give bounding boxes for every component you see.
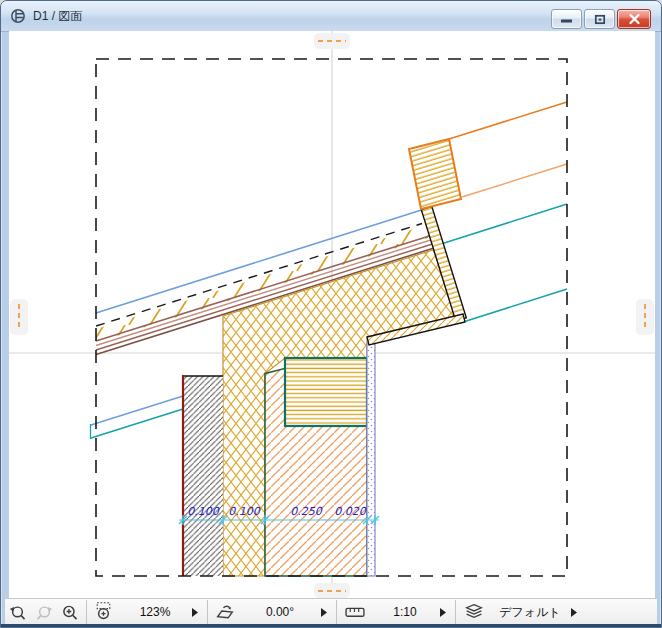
next-zoom-icon <box>34 603 54 622</box>
right-arrow-icon <box>192 608 198 617</box>
layer-menu-arrow[interactable] <box>571 608 577 617</box>
window-controls <box>551 9 651 29</box>
right-arrow-icon <box>440 608 446 617</box>
scale-button[interactable] <box>341 601 369 623</box>
layer-value[interactable]: デフォルト <box>489 604 571 621</box>
layers-icon <box>462 602 486 622</box>
purlin-block <box>409 139 461 209</box>
zoom-box-button[interactable] <box>91 601 117 623</box>
dim-label-1: 0.100 <box>187 505 219 518</box>
zoom-level-value[interactable]: 123% <box>118 605 192 619</box>
beam-section <box>285 358 367 426</box>
dim-label-3: 0.250 <box>290 505 322 518</box>
view-toolbar: 123% 0.00° 1:10 <box>5 598 657 625</box>
rotation-icon <box>214 602 236 622</box>
toolbar-separator <box>336 600 337 624</box>
rotation-button[interactable] <box>212 601 238 623</box>
drawing-canvas[interactable]: 0.100 0.100 0.250 0.020 <box>9 31 655 598</box>
section-lines-right <box>441 102 567 323</box>
titlebar[interactable]: D1 / 図面 <box>1 1 661 32</box>
restore-button[interactable] <box>584 9 615 29</box>
layers-button[interactable] <box>460 601 488 623</box>
scale-menu-arrow[interactable] <box>440 608 446 617</box>
wall-layer-4 <box>367 343 375 576</box>
close-icon <box>628 13 641 25</box>
close-button[interactable] <box>617 9 651 29</box>
boundary-handle-left[interactable] <box>10 299 28 335</box>
right-arrow-icon <box>571 608 577 617</box>
right-arrow-icon <box>321 608 327 617</box>
soffit-lines <box>91 396 184 439</box>
rotation-menu-arrow[interactable] <box>321 608 327 617</box>
zoom-menu-arrow[interactable] <box>192 608 198 617</box>
dim-label-2: 0.100 <box>228 505 260 518</box>
zoom-in-icon <box>60 603 80 622</box>
dim-label-4: 0.020 <box>334 505 366 518</box>
toolbar-separator <box>86 600 87 624</box>
wall-layer-1 <box>182 375 223 576</box>
window-title: D1 / 図面 <box>33 8 82 25</box>
previous-zoom-icon <box>8 603 28 622</box>
scale-icon <box>343 602 367 622</box>
detail-marker-icon <box>9 7 27 25</box>
zoom-in-button[interactable] <box>58 602 82 623</box>
minimize-button[interactable] <box>551 9 582 29</box>
restore-icon <box>593 13 607 26</box>
next-zoom-button[interactable] <box>32 602 56 623</box>
minimize-icon <box>560 13 573 25</box>
zoom-box-icon <box>93 602 115 622</box>
rotation-value[interactable]: 0.00° <box>239 605 321 619</box>
toolbar-separator <box>207 600 208 624</box>
toolbar-separator <box>455 600 456 624</box>
previous-zoom-button[interactable] <box>6 602 30 623</box>
detail-drawing: 0.100 0.100 0.250 0.020 <box>9 31 655 598</box>
window-bottom-edge <box>1 624 661 627</box>
app-window: D1 / 図面 <box>0 0 662 628</box>
boundary-handle-top[interactable] <box>314 33 350 49</box>
boundary-handle-bottom[interactable] <box>314 583 350 598</box>
scale-value[interactable]: 1:10 <box>370 605 440 619</box>
boundary-handle-right[interactable] <box>636 299 654 335</box>
